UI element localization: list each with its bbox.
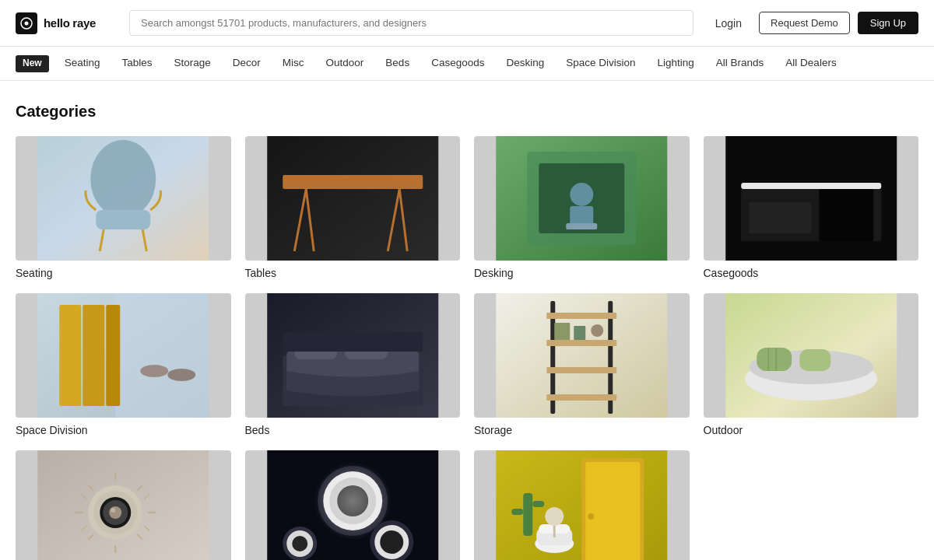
category-card-decor[interactable]: Decor: [16, 450, 231, 560]
login-button[interactable]: Login: [706, 12, 751, 34]
svg-point-29: [140, 365, 168, 377]
svg-point-3: [90, 140, 156, 218]
logo[interactable]: hello raye: [16, 12, 117, 34]
svg-rect-22: [819, 189, 873, 241]
nav-item-storage[interactable]: Storage: [163, 47, 222, 81]
category-card-outdoor[interactable]: Outdoor: [704, 293, 919, 436]
category-card-misc[interactable]: Misc: [474, 450, 690, 560]
category-row-2: Space Division: [16, 293, 918, 436]
category-image-storage: [474, 293, 690, 418]
svg-point-72: [111, 508, 115, 513]
nav-item-tables[interactable]: Tables: [111, 47, 163, 81]
category-label-beds: Beds: [245, 424, 461, 436]
logo-icon: [16, 12, 37, 34]
category-image-desking: [474, 136, 690, 261]
svg-rect-26: [59, 305, 81, 406]
nav-item-lighting[interactable]: Lighting: [647, 47, 705, 81]
svg-rect-18: [566, 223, 597, 229]
section-title: Categories: [16, 103, 918, 121]
header-actions: Login Request Demo Sign Up: [706, 12, 918, 34]
svg-rect-4: [96, 210, 150, 229]
nav-item-new[interactable]: New: [16, 55, 49, 72]
svg-rect-27: [83, 305, 104, 406]
category-card-space-division[interactable]: Space Division: [16, 293, 231, 436]
svg-rect-87: [585, 462, 640, 560]
svg-point-46: [591, 324, 603, 337]
svg-rect-96: [532, 501, 544, 507]
request-demo-button[interactable]: Request Demo: [759, 12, 850, 34]
category-label-storage: Storage: [474, 424, 690, 436]
category-label-tables: Tables: [245, 267, 461, 279]
nav: New Seating Tables Storage Decor Misc Ou…: [0, 47, 934, 81]
svg-rect-36: [283, 332, 423, 352]
svg-rect-28: [106, 305, 120, 406]
svg-rect-44: [554, 323, 570, 340]
categories-container: Seating: [16, 136, 918, 560]
svg-rect-25: [115, 293, 209, 418]
svg-rect-8: [283, 175, 423, 189]
category-image-seating: [16, 136, 231, 261]
category-card-lighting[interactable]: Lighting: [245, 450, 461, 560]
svg-rect-23: [749, 202, 811, 233]
svg-rect-94: [523, 493, 532, 536]
category-image-tables: [245, 136, 461, 261]
category-card-tables[interactable]: Tables: [245, 136, 461, 279]
category-card-storage[interactable]: Storage: [474, 293, 690, 436]
svg-point-81: [292, 536, 307, 551]
category-label-seating: Seating: [16, 267, 231, 279]
svg-rect-40: [546, 313, 616, 319]
nav-item-decor[interactable]: Decor: [222, 47, 272, 81]
category-card-beds[interactable]: Beds: [245, 293, 461, 436]
category-card-desking[interactable]: Desking: [474, 136, 690, 279]
category-label-desking: Desking: [474, 267, 690, 279]
category-image-misc: [474, 450, 690, 560]
category-image-lighting: [245, 450, 461, 560]
nav-item-all-dealers[interactable]: All Dealers: [774, 47, 847, 81]
nav-item-outdoor[interactable]: Outdoor: [315, 47, 375, 81]
svg-point-71: [109, 506, 121, 519]
svg-rect-95: [511, 509, 523, 515]
nav-item-misc[interactable]: Misc: [272, 47, 315, 81]
category-image-beds: [245, 293, 461, 418]
logo-text: hello raye: [44, 16, 96, 30]
svg-point-88: [588, 513, 594, 520]
svg-point-16: [570, 183, 593, 206]
category-label-space-division: Space Division: [16, 424, 231, 436]
svg-rect-41: [546, 340, 616, 346]
header: hello raye Login Request Demo Sign Up: [0, 0, 934, 47]
svg-rect-45: [574, 326, 585, 340]
sign-up-button[interactable]: Sign Up: [858, 12, 918, 34]
nav-item-beds[interactable]: Beds: [374, 47, 420, 81]
nav-item-casegoods[interactable]: Casegoods: [420, 47, 495, 81]
nav-item-space-division[interactable]: Space Division: [555, 47, 646, 81]
search-bar[interactable]: [129, 10, 693, 36]
svg-rect-53: [799, 349, 830, 371]
svg-point-1: [25, 21, 29, 25]
svg-point-30: [167, 369, 195, 381]
svg-point-92: [545, 507, 564, 526]
nav-item-all-brands[interactable]: All Brands: [705, 47, 775, 81]
category-card-seating[interactable]: Seating: [16, 136, 231, 279]
search-input[interactable]: [129, 10, 693, 36]
svg-rect-42: [546, 367, 616, 373]
svg-rect-43: [546, 394, 616, 401]
svg-rect-50: [757, 348, 792, 371]
category-row-3: Decor: [16, 450, 918, 560]
category-image-space-division: [16, 293, 231, 418]
svg-rect-21: [741, 183, 881, 189]
svg-rect-7: [267, 136, 438, 261]
category-card-casegoods[interactable]: Casegoods: [704, 136, 919, 279]
category-label-outdoor: Outdoor: [704, 424, 919, 436]
category-image-outdoor: [704, 293, 919, 418]
svg-rect-17: [570, 206, 593, 226]
nav-item-seating[interactable]: Seating: [54, 47, 111, 81]
category-image-decor: [16, 450, 231, 560]
category-image-casegoods: [704, 136, 919, 261]
grid-spacer: [704, 450, 919, 560]
svg-point-84: [380, 530, 403, 554]
main-content: Categories: [0, 81, 934, 560]
category-label-casegoods: Casegoods: [704, 267, 919, 279]
category-row-1: Seating: [16, 136, 918, 279]
nav-item-desking[interactable]: Desking: [495, 47, 555, 81]
